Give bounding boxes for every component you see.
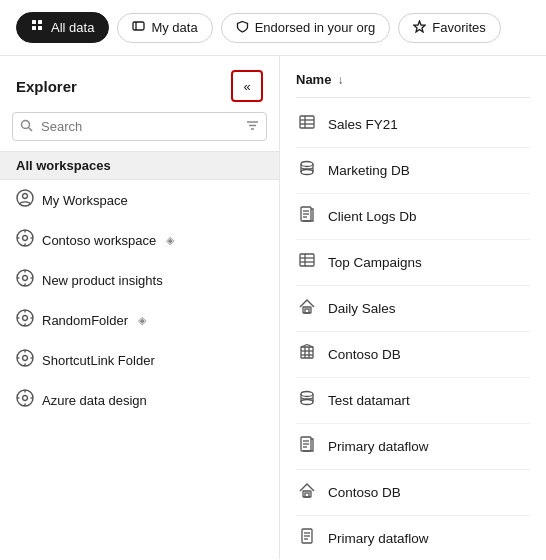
list-item-top-campaigns[interactable]: Top Campaigns — [296, 240, 530, 286]
search-box — [12, 112, 267, 141]
person-circle-icon — [16, 189, 34, 211]
content-header: Name ↓ — [296, 56, 530, 98]
diamond-badge-contoso: ◈ — [166, 234, 174, 247]
list-item-test-datamart-label: Test datamart — [328, 393, 410, 408]
sidebar-list: My Workspace Contoso workspace ◈ — [0, 180, 279, 559]
sidebar-item-my-workspace-label: My Workspace — [42, 193, 128, 208]
search-input[interactable] — [12, 112, 267, 141]
sidebar-item-contoso-workspace[interactable]: Contoso workspace ◈ — [0, 220, 279, 260]
svg-point-27 — [23, 316, 28, 321]
list-item-marketing-db[interactable]: Marketing DB — [296, 148, 530, 194]
svg-point-21 — [23, 276, 28, 281]
star-icon — [413, 20, 426, 36]
list-item-primary-dataflow-1-label: Primary dataflow — [328, 439, 429, 454]
collapse-icon: « — [243, 79, 250, 94]
top-nav: All data My data Endorsed in your org Fa… — [0, 0, 546, 56]
svg-rect-44 — [300, 116, 314, 128]
svg-marker-6 — [414, 21, 425, 32]
settings-circle-icon-ad — [16, 389, 34, 411]
search-icon — [20, 119, 33, 135]
table-icon-3 — [296, 251, 318, 274]
sidebar-item-shortcutlink-folder-label: ShortcutLink Folder — [42, 353, 155, 368]
nav-all-data[interactable]: All data — [16, 12, 109, 43]
list-item-client-logs-db[interactable]: Client Logs Db — [296, 194, 530, 240]
list-item-top-campaigns-label: Top Campaigns — [328, 255, 422, 270]
explorer-header: Explorer « — [0, 56, 279, 112]
sidebar-item-contoso-workspace-label: Contoso workspace — [42, 233, 156, 248]
sidebar-item-shortcutlink-folder[interactable]: ShortcutLink Folder — [0, 340, 279, 380]
sidebar-item-azure-data-design-label: Azure data design — [42, 393, 147, 408]
filter-icon[interactable] — [246, 119, 259, 135]
list-item-daily-sales-label: Daily Sales — [328, 301, 396, 316]
svg-rect-60 — [303, 307, 311, 313]
svg-point-7 — [22, 120, 30, 128]
main-layout: Explorer « All workspaces — [0, 56, 546, 559]
svg-point-51 — [301, 170, 313, 175]
list-item-marketing-db-label: Marketing DB — [328, 163, 410, 178]
sidebar-item-azure-data-design[interactable]: Azure data design — [0, 380, 279, 420]
collapse-button[interactable]: « — [231, 70, 263, 102]
list-item-contoso-db[interactable]: Contoso DB — [296, 332, 530, 378]
sidebar-item-random-folder-label: RandomFolder — [42, 313, 128, 328]
svg-rect-78 — [305, 493, 309, 497]
svg-point-72 — [301, 400, 313, 405]
nav-endorsed-label: Endorsed in your org — [255, 20, 376, 35]
svg-line-8 — [29, 127, 33, 131]
nav-endorsed[interactable]: Endorsed in your org — [221, 13, 391, 43]
name-column-label: Name — [296, 72, 331, 87]
svg-point-15 — [23, 236, 28, 241]
sidebar-item-new-product-insights[interactable]: New product insights — [0, 260, 279, 300]
list-item-daily-sales[interactable]: Daily Sales — [296, 286, 530, 332]
database-icon-1 — [296, 159, 318, 182]
content-area: Name ↓ Sales FY21 — [280, 56, 546, 559]
building-db-icon-5 — [296, 343, 318, 366]
list-item-primary-dataflow-2[interactable]: Primary dataflow — [296, 516, 530, 559]
content-list: Sales FY21 Marketing DB — [296, 98, 530, 559]
svg-point-48 — [301, 162, 313, 167]
svg-rect-1 — [38, 20, 42, 24]
svg-rect-77 — [303, 491, 311, 497]
nav-my-data[interactable]: My data — [117, 13, 212, 43]
list-item-test-datamart[interactable]: Test datamart — [296, 378, 530, 424]
svg-point-13 — [23, 194, 28, 199]
svg-point-39 — [23, 396, 28, 401]
svg-rect-0 — [32, 20, 36, 24]
list-item-contoso-db-2[interactable]: Contoso DB — [296, 470, 530, 516]
svg-point-33 — [23, 356, 28, 361]
file-icon-9 — [296, 527, 318, 550]
settings-circle-icon-contoso — [16, 229, 34, 251]
sort-arrow-icon[interactable]: ↓ — [337, 73, 343, 87]
svg-rect-62 — [301, 347, 313, 358]
explorer-title: Explorer — [16, 78, 77, 95]
nav-my-data-label: My data — [151, 20, 197, 35]
svg-point-69 — [301, 392, 313, 397]
nav-all-data-label: All data — [51, 20, 94, 35]
home-report-icon-4 — [296, 297, 318, 320]
sidebar-item-my-workspace[interactable]: My Workspace — [0, 180, 279, 220]
svg-rect-4 — [133, 22, 144, 30]
settings-circle-icon-npi — [16, 269, 34, 291]
list-item-contoso-db-label: Contoso DB — [328, 347, 401, 362]
nav-favorites-label: Favorites — [432, 20, 485, 35]
sidebar-item-random-folder[interactable]: RandomFolder ◈ — [0, 300, 279, 340]
workspace-header[interactable]: All workspaces — [0, 151, 279, 180]
svg-rect-61 — [305, 309, 309, 313]
list-item-sales-fy21-label: Sales FY21 — [328, 117, 398, 132]
list-item-client-logs-db-label: Client Logs Db — [328, 209, 417, 224]
grid-icon — [31, 19, 45, 36]
svg-rect-3 — [38, 26, 42, 30]
settings-circle-icon-rf — [16, 309, 34, 331]
person-icon — [132, 20, 145, 36]
list-item-sales-fy21[interactable]: Sales FY21 — [296, 102, 530, 148]
table-icon-0 — [296, 113, 318, 136]
nav-favorites[interactable]: Favorites — [398, 13, 500, 43]
sidebar-item-new-product-insights-label: New product insights — [42, 273, 163, 288]
report-icon-2 — [296, 205, 318, 228]
list-item-primary-dataflow-1[interactable]: Primary dataflow — [296, 424, 530, 470]
list-item-primary-dataflow-2-label: Primary dataflow — [328, 531, 429, 546]
sidebar: Explorer « All workspaces — [0, 56, 280, 559]
shield-icon — [236, 20, 249, 36]
settings-circle-icon-sf — [16, 349, 34, 371]
svg-rect-56 — [300, 254, 314, 266]
svg-rect-2 — [32, 26, 36, 30]
